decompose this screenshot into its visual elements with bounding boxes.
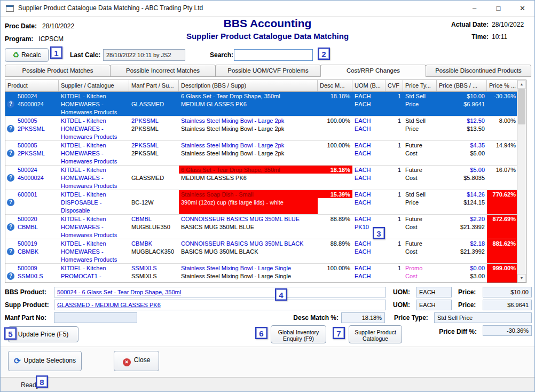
description-line-2: Stainless Steel Mixing Bowl - Large 2pk xyxy=(179,124,318,132)
cell-cvf: 1 xyxy=(385,116,403,140)
cell-price-pct: 872.69% xyxy=(487,215,517,239)
product-codes: 500020CBMBL xyxy=(15,215,59,231)
price-pct-value: 770.62% xyxy=(487,190,517,198)
scroll-down-icon[interactable]: ▼ xyxy=(517,274,526,283)
titlebar-close-icon[interactable]: ✕ xyxy=(510,1,534,17)
last-calc-field: 28/10/2022 10:11 by JS2 xyxy=(103,49,185,61)
search-input[interactable] xyxy=(234,49,313,61)
cell-price-type: FutureCost xyxy=(403,239,437,263)
grid-row-2[interactable]: ?5000052PKSSMLKITDEL - KitchenHOMEWARES … xyxy=(5,141,517,166)
tab-possible-discontinued-products[interactable]: Possible Discontinued Products xyxy=(426,65,531,77)
cell-uom: EACHEACH xyxy=(352,190,385,214)
cell-desc-match: 100.00% xyxy=(318,116,352,140)
supplier-line-2: DISPOSABLE - xyxy=(59,198,129,206)
manf-part-line-2: GLASSMED xyxy=(129,100,179,108)
price-line-2: $5.8035 xyxy=(437,174,487,182)
cell-description: 6 Glass Set - Tear Drop Shape, 350mlMEDI… xyxy=(179,166,318,190)
tab-possible-uom-cvf-problems[interactable]: Possible UOM/CVF Problems xyxy=(215,65,321,77)
cell-product: ?50002445000024 xyxy=(5,92,59,116)
row-help-icon[interactable]: ? xyxy=(7,100,14,108)
col-uom[interactable]: UOM (B... xyxy=(352,80,385,91)
cvf-value: 1 xyxy=(385,215,403,223)
price-type-line-2: Cost xyxy=(403,247,437,255)
update-selections-button[interactable]: ⟳Update Selections xyxy=(8,351,82,371)
col-description[interactable]: Description (BBS / Supp) xyxy=(179,80,318,91)
bbs-price-label: Price: xyxy=(458,288,476,296)
minimize-icon[interactable]: – xyxy=(462,1,486,17)
col-price-type[interactable]: Price Ty... xyxy=(403,80,437,91)
cell-price: $14.26$124.15 xyxy=(437,190,487,214)
price-line-1: $12.50 xyxy=(437,116,487,124)
manf-part-input[interactable] xyxy=(54,312,137,323)
grid-row-6[interactable]: ?500019CBMBKKITDEL - KitchenHOMEWARES -H… xyxy=(5,239,517,264)
col-cvf[interactable]: CVF xyxy=(385,80,403,91)
uom-line-2: EACH xyxy=(352,149,385,157)
price-line-2: $6.9641 xyxy=(437,100,487,108)
supplier-catalogue-button[interactable]: Supplier Product Catalogue xyxy=(349,325,402,343)
supp-product-link[interactable]: GLASSMED - MEDIUM GLASSES PK6 xyxy=(57,302,161,308)
price-line-2: $21.3992 xyxy=(437,247,487,255)
grid-body: ?50002445000024KITDEL - KitchenHOMEWARES… xyxy=(5,92,517,283)
cell-desc-match: 100.00% xyxy=(318,141,352,165)
description-line-2: Stainless Steel Mixing Bowl - Large 2pk xyxy=(179,149,318,157)
col-price[interactable]: Price (BBS / ... xyxy=(437,80,487,91)
header: BBS Accounting Supplier Product Catalogu… xyxy=(1,17,534,47)
supplier-line-2: PROMOCAT1 - xyxy=(59,272,129,280)
supplier-line-2: HOMEWARES - xyxy=(59,174,129,182)
grid-row-7[interactable]: ?500009SSMIXLSKITDEL - KitchenPROMOCAT1 … xyxy=(5,264,517,283)
row-help-icon[interactable]: ? xyxy=(7,248,14,255)
grid-row-0[interactable]: ?50002445000024KITDEL - KitchenHOMEWARES… xyxy=(5,92,517,116)
manf-part-line-2: MUGBLACK350 xyxy=(129,247,179,255)
price-line-2: $124.15 xyxy=(437,198,487,206)
maximize-icon[interactable]: □ xyxy=(486,1,510,17)
grid-row-3[interactable]: ?50002445000024KITDEL - KitchenHOMEWARES… xyxy=(5,166,517,190)
price-type-line-2: Cost xyxy=(403,272,437,280)
bbs-product-link[interactable]: 500024 - 6 Glass Set - Tear Drop Shape, … xyxy=(57,289,181,295)
col-supplier-catalogue[interactable]: Supplier / Catalogue xyxy=(59,80,129,91)
cell-manf-part: GLASSMED xyxy=(129,166,179,190)
grid-row-5[interactable]: ?500020CBMBLKITDEL - KitchenHOMEWARES -H… xyxy=(5,215,517,239)
row-help-icon[interactable]: ? xyxy=(7,223,14,231)
col-product[interactable]: Product xyxy=(5,80,59,91)
row-help-icon[interactable]: ? xyxy=(7,150,14,157)
manf-part-line-2: BC-12W xyxy=(129,198,179,206)
cell-product: ?500009SSMIXLS xyxy=(5,264,59,283)
close-button[interactable]: ✕Close xyxy=(114,351,159,371)
scrollbar-thumb[interactable] xyxy=(518,89,525,124)
grid-row-1[interactable]: ?5000052PKSSMLKITDEL - KitchenHOMEWARES … xyxy=(5,116,517,141)
last-calc-label: Last Calc: xyxy=(70,51,100,59)
manf-part-line-1: 2PKSSML xyxy=(129,116,179,124)
update-price-button[interactable]: Update Price (F5) xyxy=(8,326,78,342)
results-grid: Product Supplier / Catalogue Manf Part /… xyxy=(5,80,526,283)
cell-description: Stainless Steel Mixing Bowl - Large 2pkS… xyxy=(179,141,318,165)
description-line-2: Stainless Steel Mixing Bowl - Large Sing… xyxy=(179,272,318,280)
supplier-line-3: Homewares Products xyxy=(59,157,129,165)
tab-cost-rrp-changes[interactable]: Cost/RRP Changes xyxy=(320,65,426,77)
price-type-line-1: Future xyxy=(403,215,437,223)
desc-match-field: 18.18% xyxy=(341,312,385,323)
uom-line-1: EACH xyxy=(352,92,385,100)
row-help-icon[interactable]: ? xyxy=(7,272,14,280)
scroll-up-icon[interactable]: ▲ xyxy=(517,80,526,89)
supplier-line-3: Disposable xyxy=(59,206,129,214)
row-help-icon[interactable]: ? xyxy=(7,174,14,182)
vertical-scrollbar[interactable]: ▲ ▼ xyxy=(517,80,526,283)
supp-product-field: GLASSMED - MEDIUM GLASSES PK6 xyxy=(54,300,386,310)
recalc-button[interactable]: ♻Recalc xyxy=(5,48,49,62)
description-line-1: Stainless Steel Mixing Bowl - Large Sing… xyxy=(179,264,318,272)
col-manf-part[interactable]: Manf Part / Su... xyxy=(129,80,179,91)
cvf-value: 1 xyxy=(385,92,403,100)
desc-match-value: 100.00% xyxy=(318,116,352,124)
manf-part-line-2: 2PKSSML xyxy=(129,149,179,157)
tab-possible-incorrect-matches[interactable]: Possible Incorrect Matches xyxy=(110,65,216,77)
row-help-icon[interactable]: ? xyxy=(7,199,14,206)
supplier-line-1: KITDEL - Kitchen xyxy=(59,190,129,198)
cell-cvf: 1 xyxy=(385,92,403,116)
row-help-icon[interactable]: ? xyxy=(7,125,14,132)
global-inventory-button[interactable]: Global Inventory Enquiry (F9) xyxy=(271,325,326,343)
tab-possible-product-matches[interactable]: Possible Product Matches xyxy=(5,65,111,77)
col-price-pct[interactable]: Price % ... xyxy=(487,80,518,91)
col-desc-match[interactable]: Desc M... xyxy=(318,80,352,91)
price-type-line-1: Future xyxy=(403,166,437,174)
grid-row-4[interactable]: ?600001KITDEL - KitchenDISPOSABLE -Dispo… xyxy=(5,190,517,215)
